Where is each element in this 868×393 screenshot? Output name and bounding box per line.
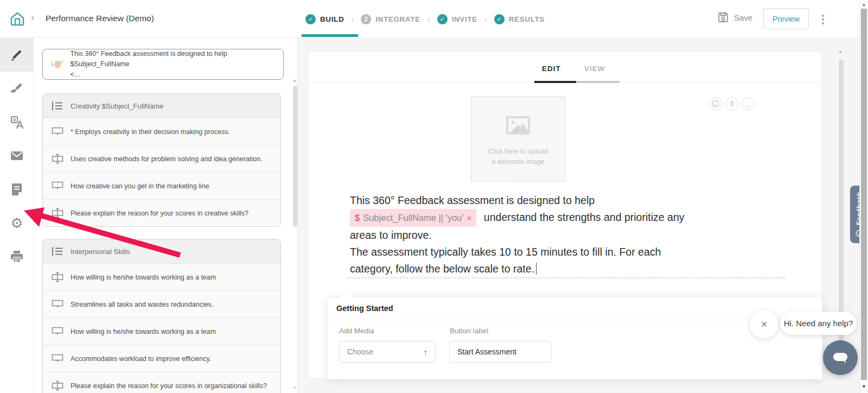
card-divider	[328, 320, 822, 320]
question-group-header[interactable]: Interpersonal Skills	[43, 239, 280, 263]
scroll-down-icon[interactable]: ▼	[861, 384, 866, 389]
chat-dismiss-button[interactable]: ×	[750, 310, 778, 339]
tool-rail: ⚙	[0, 38, 34, 393]
content-scroll-up-icon[interactable]: ▲	[838, 49, 843, 54]
step-label: RESULTS	[509, 15, 545, 23]
getting-started-title: Getting Started	[336, 304, 393, 313]
step-results[interactable]: ✓ RESULTS	[494, 14, 545, 24]
question-item[interactable]: * Employs creativity in their decision m…	[43, 118, 280, 145]
scroll-up-icon[interactable]: ▲	[861, 2, 866, 7]
getting-started-card: Getting Started Add Media Button label C…	[328, 297, 822, 379]
step-integrate[interactable]: 2 INTEGRATE	[361, 14, 420, 24]
save-button[interactable]: Save	[717, 11, 752, 23]
question-group: Creativity $Subject_FullName* Employs cr…	[42, 93, 281, 227]
question-item-text: How willing is he/she towards working as…	[71, 328, 216, 335]
tab-edit[interactable]: EDIT	[542, 65, 561, 73]
translate-icon[interactable]	[0, 105, 34, 139]
mail-icon[interactable]	[0, 139, 34, 173]
check-icon: ✓	[305, 14, 316, 24]
question-item-text: Streamlines all tasks and wastes redunda…	[71, 301, 213, 308]
printer-icon[interactable]	[0, 240, 34, 274]
question-item[interactable]: How willing is he/she towards working as…	[43, 263, 280, 290]
tab-view[interactable]: VIEW	[584, 65, 605, 73]
image-placeholder-icon	[506, 116, 530, 135]
waving-hand-icon	[49, 56, 65, 73]
editor-card: EDIT VIEW $ … Click here to upload a wel…	[308, 52, 822, 379]
question-item[interactable]: Accommodates workload to improve efficie…	[43, 345, 280, 372]
step-chevron-icon: ›	[351, 15, 354, 24]
question-item[interactable]: How creative can you get in the marketin…	[43, 172, 280, 199]
scrollbar-thumb[interactable]	[861, 9, 867, 380]
step-label: INVITE	[452, 15, 477, 23]
question-groups: Creativity $Subject_FullName* Employs cr…	[42, 93, 281, 393]
editor-section-divider	[347, 277, 785, 278]
monitor-icon	[52, 127, 63, 136]
editor-area: EDIT VIEW $ … Click here to upload a wel…	[297, 38, 859, 393]
view-tab-underline	[576, 81, 620, 83]
check-icon: ✓	[437, 14, 448, 24]
edit-pencil-icon[interactable]	[0, 38, 34, 72]
question-item-text: * Employs creativity in their decision m…	[71, 128, 230, 136]
add-media-label: Add Media	[339, 327, 374, 335]
gear-icon[interactable]: ⚙	[0, 206, 34, 240]
chat-greeting-bubble[interactable]: Hi. Need any help?	[780, 312, 857, 335]
slider-icon	[52, 154, 63, 164]
card-notch	[339, 290, 353, 297]
slider-icon	[52, 381, 63, 391]
question-item[interactable]: Streamlines all tasks and wastes redunda…	[43, 290, 280, 318]
question-item[interactable]: Uses creative methods for problem solvin…	[43, 145, 280, 172]
window-scrollbar[interactable]: ▲ ▼	[859, 0, 868, 393]
slider-icon	[52, 272, 63, 282]
step-invite[interactable]: ✓ INVITE	[437, 14, 477, 24]
panel-scroll-down-icon[interactable]: ▼	[292, 385, 297, 390]
upload-arrow-icon: ↑	[424, 347, 428, 357]
panel-scroll-up-icon[interactable]: ▲	[292, 78, 297, 83]
monitor-icon	[52, 300, 63, 309]
content-line: understand the strengths and prioritize …	[484, 211, 685, 223]
list-section-icon	[52, 101, 63, 111]
close-icon: ×	[761, 318, 768, 331]
step-build[interactable]: ✓ BUILD	[305, 14, 344, 24]
welcome-message-editor[interactable]: This 360° Feedback assessment is designe…	[350, 192, 697, 277]
breadcrumb-chevron-icon: ›	[31, 12, 34, 23]
speech-bubble-icon	[832, 351, 848, 365]
question-item-text: Uses creative methods for problem solvin…	[71, 155, 263, 163]
welcome-image-upload[interactable]: Click here to upload a welcome image	[471, 96, 565, 182]
question-item[interactable]: Please explain the reason for your score…	[43, 372, 280, 393]
slider-icon	[52, 208, 63, 218]
panel-scrollbar[interactable]	[293, 86, 297, 227]
breadcrumb-title[interactable]: Performance Review (Demo)	[46, 14, 154, 23]
more-options-icon[interactable]: …	[742, 97, 755, 110]
question-group-header[interactable]: Creativity $Subject_FullName	[43, 94, 280, 118]
list-section-icon	[52, 246, 63, 256]
preview-button[interactable]: Preview	[763, 8, 809, 29]
emoji-smiley-icon[interactable]	[709, 97, 722, 110]
step-label: INTEGRATE	[375, 15, 420, 23]
variable-pill[interactable]: $ Subject_FullName || 'you' ×	[350, 209, 476, 227]
chat-launcher-button[interactable]	[823, 340, 858, 375]
active-step-underline	[302, 34, 358, 37]
kebab-menu-icon[interactable]	[818, 13, 828, 26]
step-number-icon: 2	[361, 14, 371, 24]
form-icon[interactable]	[0, 173, 34, 206]
add-media-chooser[interactable]: Choose ↑	[339, 341, 436, 363]
step-label: BUILD	[320, 15, 344, 23]
button-label-input[interactable]	[449, 341, 552, 363]
remove-variable-icon[interactable]: ×	[467, 210, 472, 226]
content-line: areas to improve.	[350, 229, 432, 241]
media-choose-value: Choose	[347, 347, 373, 356]
question-item[interactable]: Please explain the reason for your score…	[43, 199, 280, 226]
question-item[interactable]: How willing is he/she towards working as…	[43, 318, 280, 345]
home-icon[interactable]	[8, 9, 27, 29]
dollar-icon: $	[355, 210, 360, 226]
variable-dollar-icon[interactable]: $	[725, 97, 738, 110]
monitor-icon	[52, 181, 63, 191]
question-item-text: Please explain the reason for your score…	[71, 210, 248, 217]
content-line: This 360° Feedback assessment is designe…	[350, 194, 595, 206]
chat-greeting-text: Hi. Need any help?	[784, 319, 853, 328]
step-chevron-icon: ›	[484, 15, 487, 24]
build-steps-nav: ✓ BUILD › 2 INTEGRATE › ✓ INVITE › ✓ RES…	[305, 0, 545, 38]
brush-icon[interactable]	[0, 72, 34, 105]
welcome-text: This 360° Feedback assessment is designe…	[70, 50, 227, 68]
welcome-message-card[interactable]: This 360° Feedback assessment is designe…	[42, 49, 284, 80]
